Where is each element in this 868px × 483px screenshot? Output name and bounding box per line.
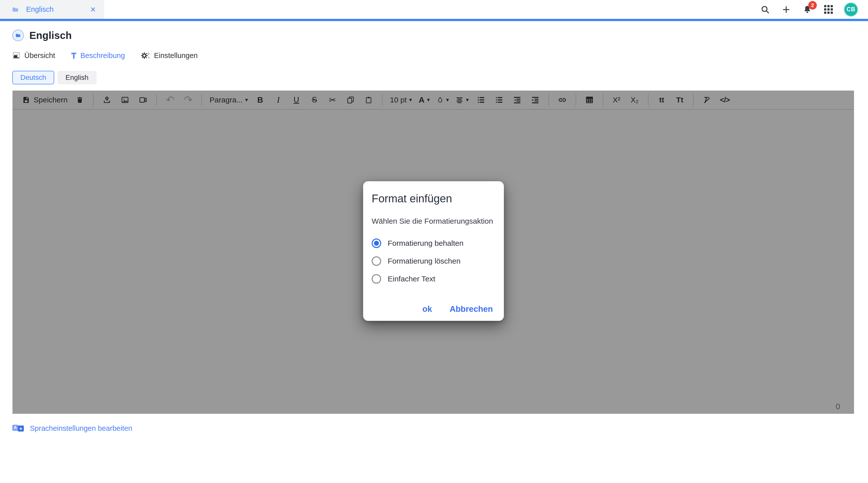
- avatar[interactable]: CB: [844, 2, 858, 17]
- translate-icon: A *: [12, 424, 25, 432]
- language-button-deutsch[interactable]: Deutsch: [12, 71, 54, 84]
- radio-unselected-icon: [372, 274, 381, 284]
- dialog-options: Formatierung behalten Formatierung lösch…: [372, 239, 494, 284]
- tab-einstellungen[interactable]: Einstellungen: [141, 52, 198, 60]
- text-format-icon: T: [71, 51, 76, 60]
- language-button-english[interactable]: English: [58, 71, 97, 84]
- title-row: Englisch: [12, 30, 868, 41]
- notifications-button[interactable]: 2: [802, 4, 813, 15]
- dialog-title: Format einfügen: [372, 192, 494, 205]
- language-settings-label: Spracheinstellungen bearbeiten: [30, 424, 132, 432]
- chart-icon: [12, 52, 20, 60]
- radio-option-plain-text[interactable]: Einfacher Text: [372, 274, 494, 284]
- tab-label: Englisch: [26, 5, 89, 13]
- translate-star: *: [18, 425, 24, 431]
- close-icon[interactable]: ×: [89, 5, 97, 14]
- gears-icon: [141, 52, 150, 60]
- translate-letter: A: [12, 425, 18, 431]
- paste-format-dialog: Format einfügen Wählen Sie die Formatier…: [363, 181, 504, 321]
- nav-tabs: Übersicht T Beschreibung: [12, 51, 868, 60]
- add-icon[interactable]: +: [781, 4, 792, 15]
- app-root: { "topbar": { "tab_label": "Englisch", "…: [0, 0, 868, 483]
- topbar: Englisch × + 2 CB: [0, 0, 868, 19]
- page-title: Englisch: [29, 30, 72, 41]
- topbar-actions: + 2 CB: [760, 0, 858, 19]
- tab-beschreibung[interactable]: T Beschreibung: [71, 51, 125, 60]
- folder-icon: [11, 6, 20, 13]
- dialog-actions: ok Abbrechen: [421, 301, 494, 317]
- tab-label: Einstellungen: [154, 52, 198, 60]
- tab-label: Übersicht: [24, 52, 55, 60]
- language-switcher: Deutsch English: [12, 71, 868, 84]
- page-header: Englisch Übersicht T Beschreibung: [0, 21, 868, 60]
- tab-label: Beschreibung: [80, 52, 125, 60]
- radio-selected-icon: [372, 239, 381, 248]
- radio-unselected-icon: [372, 256, 381, 266]
- apps-grid-icon[interactable]: [823, 4, 834, 15]
- search-icon[interactable]: [760, 4, 771, 15]
- folder-avatar-icon: [12, 30, 24, 41]
- language-settings-link[interactable]: A * Spracheinstellungen bearbeiten: [12, 424, 868, 432]
- tab-uebersicht[interactable]: Übersicht: [12, 52, 55, 60]
- open-tab[interactable]: Englisch ×: [0, 0, 104, 19]
- topbar-accent-line: [0, 19, 868, 21]
- dialog-subtitle: Wählen Sie die Formatierungsaktion: [372, 217, 494, 226]
- notification-badge: 2: [808, 1, 817, 9]
- radio-option-keep-formatting[interactable]: Formatierung behalten: [372, 239, 494, 248]
- radio-option-clear-formatting[interactable]: Formatierung löschen: [372, 256, 494, 266]
- cancel-button[interactable]: Abbrechen: [448, 301, 494, 317]
- ok-button[interactable]: ok: [421, 301, 434, 317]
